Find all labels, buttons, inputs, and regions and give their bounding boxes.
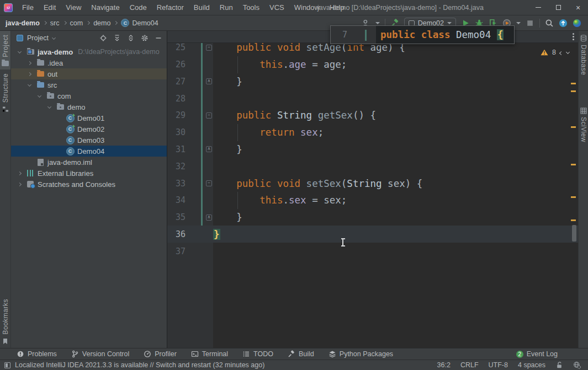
hide-panel-icon[interactable] (153, 33, 163, 43)
profiler-dropdown-icon[interactable] (516, 22, 521, 24)
tree-row-out[interactable]: out (11, 68, 167, 79)
fold-start-icon[interactable]: − (206, 180, 212, 186)
tool-stripe-tab-database[interactable]: Database (580, 31, 587, 75)
event-log-button[interactable]: 2Event Log (516, 350, 588, 358)
menu-item-navigate[interactable]: Navigate (86, 0, 124, 15)
menu-item-tools[interactable]: Tools (238, 0, 264, 15)
warning-stripe-mark[interactable] (571, 90, 576, 92)
menu-item-view[interactable]: View (61, 0, 86, 15)
plugin-sphere-icon[interactable] (573, 19, 581, 28)
tool-window-button-terminal[interactable]: Terminal (191, 350, 228, 358)
code-line-31[interactable]: 31∧ } (167, 141, 578, 158)
tab-options-kebab-icon[interactable] (573, 33, 574, 35)
project-panel-title[interactable]: Project (27, 34, 49, 42)
tree-row-demo01[interactable]: CDemo01 (11, 112, 167, 124)
tree-row-scratches-and-consoles[interactable]: Scratches and Consoles (11, 179, 167, 190)
tree-row-com[interactable]: com (11, 90, 167, 101)
menu-item-file[interactable]: File (17, 0, 39, 15)
expand-all-icon[interactable] (112, 33, 122, 43)
tree-chevron-icon[interactable] (25, 73, 33, 76)
notification-window-icon[interactable] (4, 362, 10, 368)
maximize-button[interactable] (548, 0, 568, 15)
panel-settings-gear-icon[interactable] (140, 33, 150, 43)
code-line-35[interactable]: 35∧ } (167, 209, 578, 226)
breadcrumb-item[interactable]: com (70, 19, 83, 27)
code-line-27[interactable]: 27∧ } (167, 73, 578, 90)
warning-stripe-mark[interactable] (571, 164, 576, 165)
file-encoding[interactable]: UTF-8 (489, 361, 508, 369)
code-line-33[interactable]: 33− public void setSex(String sex) { (167, 175, 578, 192)
code-line-26[interactable]: 26 this.age = age; (167, 56, 578, 73)
tree-chevron-icon[interactable] (45, 106, 53, 108)
readonly-lock-icon[interactable] (555, 361, 563, 369)
menu-item-refactor[interactable]: Refactor (152, 0, 189, 15)
tree-row-demo02[interactable]: CDemo02 (11, 124, 167, 135)
code-line-32[interactable]: 32 (167, 158, 578, 175)
select-opened-file-icon[interactable] (98, 33, 108, 43)
tree-row-java-demo-iml[interactable]: java-demo.iml (11, 157, 167, 168)
collapse-all-icon[interactable] (126, 33, 136, 43)
code-line-30[interactable]: 30 return sex; (167, 124, 578, 141)
breadcrumb-item[interactable]: src (50, 19, 60, 27)
search-everywhere-icon[interactable] (545, 19, 554, 28)
tree-row-demo03[interactable]: CDemo03 (11, 135, 167, 146)
update-available-icon[interactable] (559, 19, 568, 28)
fold-end-icon[interactable]: ∧ (206, 215, 212, 221)
tree-chevron-icon[interactable] (15, 51, 23, 53)
tree-chevron-icon[interactable] (25, 62, 33, 65)
tool-stripe-tab-structure[interactable]: Structure (0, 69, 10, 116)
menu-item-code[interactable]: Code (125, 0, 152, 15)
code-line-29[interactable]: 29− public String getSex() { (167, 107, 578, 124)
warning-stripe-mark[interactable] (571, 126, 576, 128)
tool-stripe-tab-project[interactable]: Project (0, 31, 10, 69)
fold-start-icon[interactable]: − (206, 45, 212, 51)
warning-stripe-mark[interactable] (571, 219, 576, 221)
tree-row-external-libraries[interactable]: External Libraries (11, 168, 167, 179)
inspections-profile-icon[interactable] (573, 361, 581, 369)
tool-window-button-version-control[interactable]: Version Control (71, 350, 129, 358)
editor-content[interactable]: 25− public void setAge(int age) {26 this… (167, 43, 578, 348)
breadcrumb-item[interactable]: CDemo04 (121, 19, 158, 27)
tree-chevron-icon[interactable] (25, 84, 33, 86)
menu-item-edit[interactable]: Edit (39, 0, 61, 15)
tool-window-button-todo[interactable]: TODO (242, 350, 273, 358)
status-message[interactable]: Localized IntelliJ IDEA 2021.3.3 is avai… (15, 361, 264, 369)
breadcrumb-item[interactable]: demo (93, 19, 110, 27)
tree-chevron-icon[interactable] (35, 95, 43, 97)
fold-end-icon[interactable]: ∧ (206, 146, 212, 152)
fold-start-icon[interactable]: − (206, 112, 212, 119)
tool-window-button-build[interactable]: Build (288, 350, 314, 358)
tool-window-button-problems[interactable]: Problems (17, 350, 57, 358)
minimize-button[interactable] (528, 0, 548, 15)
editor-scrollbar-thumb[interactable] (572, 225, 576, 242)
tree-row--idea[interactable]: .idea (11, 57, 167, 68)
code-line-34[interactable]: 34 this.sex = sex; (167, 192, 578, 209)
code-line-37[interactable]: 37 (167, 243, 578, 260)
tool-window-button-python-packages[interactable]: Python Packages (329, 350, 393, 358)
tool-stripe-tab-bookmarks[interactable]: Bookmarks (0, 295, 10, 348)
user-dropdown-icon[interactable] (375, 22, 380, 24)
tree-row-java-demo[interactable]: java-demoD:\IdeaProjects\java-demo (11, 46, 167, 57)
line-separator[interactable]: CRLF (460, 361, 479, 369)
tool-window-button-profiler[interactable]: Profiler (144, 350, 177, 358)
menu-item-run[interactable]: Run (215, 0, 238, 15)
warning-stripe-mark[interactable] (571, 83, 576, 84)
code-line-28[interactable]: 28 (167, 90, 578, 107)
next-warning-icon[interactable] (566, 50, 570, 53)
tree-row-demo04[interactable]: CDemo04 (11, 146, 167, 157)
code-line-36[interactable]: 36} (167, 226, 578, 243)
close-button[interactable]: × (568, 0, 588, 15)
menu-item-vcs[interactable]: VCS (264, 0, 289, 15)
tree-chevron-icon[interactable] (15, 172, 23, 175)
project-views-dropdown-icon[interactable] (52, 35, 56, 39)
caret-position[interactable]: 36:2 (437, 361, 451, 369)
inspections-widget[interactable]: 8 (541, 49, 569, 56)
indent-setting[interactable]: 4 spaces (518, 361, 545, 369)
tool-stripe-tab-sciview[interactable]: SciView (580, 104, 587, 142)
tree-row-src[interactable]: src (11, 79, 167, 90)
fold-end-icon[interactable]: ∧ (206, 78, 212, 84)
menu-item-build[interactable]: Build (189, 0, 215, 15)
warning-stripe-mark[interactable] (571, 196, 576, 198)
code-line-25[interactable]: 25− public void setAge(int age) { (167, 43, 578, 56)
tree-row-demo[interactable]: demo (11, 101, 167, 112)
